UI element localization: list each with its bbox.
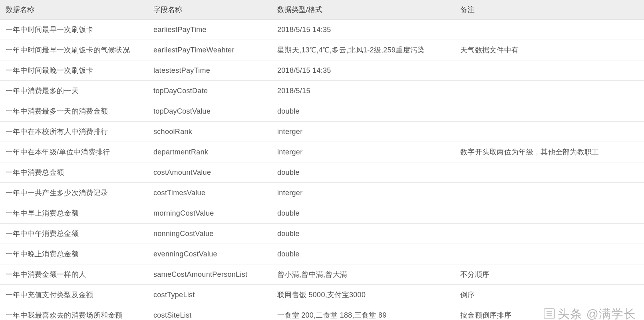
cell-data-type: interger: [272, 122, 455, 142]
cell-data-type: double: [272, 224, 455, 244]
table-row: 一年中时间最晚一次刷饭卡latestestPayTime2018/5/15 14…: [0, 60, 644, 81]
cell-field-name: costAmountValue: [148, 162, 272, 183]
header-field-name: 字段名称: [148, 0, 272, 20]
cell-data-name: 一年中一共产生多少次消费记录: [0, 183, 148, 203]
cell-field-name: topDayCostValue: [148, 101, 272, 122]
cell-data-type: 曾小满,曾中满,曾大满: [272, 264, 455, 285]
cell-data-name: 一年中中午消费总金额: [0, 224, 148, 244]
cell-remark: [455, 244, 644, 264]
cell-remark: [455, 183, 644, 203]
cell-data-type: double: [272, 244, 455, 264]
cell-data-type: 一食堂 200,二食堂 188,三食堂 89: [272, 305, 455, 320]
cell-remark: [455, 122, 644, 142]
cell-data-name: 一年中晚上消费总金额: [0, 244, 148, 264]
cell-data-type: 星期天,13℃,4℃,多云,北风1-2级,259重度污染: [272, 40, 455, 60]
cell-field-name: costSiteList: [148, 305, 272, 320]
cell-data-name: 一年中消费金额一样的人: [0, 264, 148, 285]
cell-remark: [455, 101, 644, 122]
header-data-name: 数据名称: [0, 0, 148, 20]
cell-field-name: earliestPayTimeWeahter: [148, 40, 272, 60]
cell-data-name: 一年中我最喜欢去的消费场所和金额: [0, 305, 148, 320]
cell-data-name: 一年中早上消费总金额: [0, 203, 148, 224]
cell-data-type: 2018/5/15 14:35: [272, 20, 455, 40]
table-row: 一年中一共产生多少次消费记录costTimesValueinterger: [0, 183, 644, 203]
cell-data-type: 联网售饭 5000,支付宝3000: [272, 285, 455, 305]
table-row: 一年中充值支付类型及金额costTypeList联网售饭 5000,支付宝300…: [0, 285, 644, 305]
cell-field-name: nonningCostValue: [148, 224, 272, 244]
cell-field-name: schoolRank: [148, 122, 272, 142]
table-row: 一年中消费最多一天的消费金额topDayCostValuedouble: [0, 101, 644, 122]
cell-remark: [455, 162, 644, 183]
cell-data-type: interger: [272, 142, 455, 162]
cell-data-name: 一年中消费总金额: [0, 162, 148, 183]
cell-data-name: 一年中时间最早一次刷饭卡的气候状况: [0, 40, 148, 60]
cell-field-name: sameCostAmountPersonList: [148, 264, 272, 285]
cell-data-type: double: [272, 203, 455, 224]
cell-remark: [455, 203, 644, 224]
cell-data-name: 一年中消费最多一天的消费金额: [0, 101, 148, 122]
cell-remark: 不分顺序: [455, 264, 644, 285]
cell-field-name: earliestPayTime: [148, 20, 272, 40]
cell-field-name: latestestPayTime: [148, 60, 272, 81]
table-row: 一年中我最喜欢去的消费场所和金额costSiteList一食堂 200,二食堂 …: [0, 305, 644, 320]
cell-data-name: 一年中时间最晚一次刷饭卡: [0, 60, 148, 81]
cell-remark: [455, 60, 644, 81]
cell-field-name: departmentRank: [148, 142, 272, 162]
cell-data-name: 一年中充值支付类型及金额: [0, 285, 148, 305]
table-row: 一年中时间最早一次刷饭卡earliestPayTime2018/5/15 14:…: [0, 20, 644, 40]
cell-field-name: topDayCostDate: [148, 81, 272, 101]
cell-remark: 天气数据文件中有: [455, 40, 644, 60]
header-data-type: 数据类型/格式: [272, 0, 455, 20]
table-header-row: 数据名称 字段名称 数据类型/格式 备注: [0, 0, 644, 20]
cell-data-type: double: [272, 101, 455, 122]
cell-field-name: costTimesValue: [148, 183, 272, 203]
table-row: 一年中消费总金额costAmountValuedouble: [0, 162, 644, 183]
table-row: 一年中消费金额一样的人sameCostAmountPersonList曾小满,曾…: [0, 264, 644, 285]
cell-remark: [455, 224, 644, 244]
cell-data-name: 一年中在本校所有人中消费排行: [0, 122, 148, 142]
cell-data-name: 一年中在本年级/单位中消费排行: [0, 142, 148, 162]
table-row: 一年中消费最多的一天topDayCostDate2018/5/15: [0, 81, 644, 101]
cell-remark: 按金额倒序排序: [455, 305, 644, 320]
cell-remark: [455, 81, 644, 101]
table-row: 一年中时间最早一次刷饭卡的气候状况earliestPayTimeWeahter星…: [0, 40, 644, 60]
cell-data-name: 一年中时间最早一次刷饭卡: [0, 20, 148, 40]
table-row: 一年中晚上消费总金额evenningCostValuedouble: [0, 244, 644, 264]
cell-data-type: 2018/5/15 14:35: [272, 60, 455, 81]
cell-remark: [455, 20, 644, 40]
table-row: 一年中在本校所有人中消费排行schoolRankinterger: [0, 122, 644, 142]
table-row: 一年中在本年级/单位中消费排行departmentRankinterger数字开…: [0, 142, 644, 162]
cell-data-type: 2018/5/15: [272, 81, 455, 101]
cell-remark: 数字开头取两位为年级，其他全部为教职工: [455, 142, 644, 162]
cell-data-name: 一年中消费最多的一天: [0, 81, 148, 101]
cell-data-type: interger: [272, 183, 455, 203]
table-row: 一年中中午消费总金额nonningCostValuedouble: [0, 224, 644, 244]
data-dictionary-table: 数据名称 字段名称 数据类型/格式 备注 一年中时间最早一次刷饭卡earlies…: [0, 0, 644, 320]
cell-remark: 倒序: [455, 285, 644, 305]
cell-field-name: morningCostValue: [148, 203, 272, 224]
cell-data-type: double: [272, 162, 455, 183]
cell-field-name: evenningCostValue: [148, 244, 272, 264]
cell-field-name: costTypeList: [148, 285, 272, 305]
header-remark: 备注: [455, 0, 644, 20]
table-row: 一年中早上消费总金额morningCostValuedouble: [0, 203, 644, 224]
